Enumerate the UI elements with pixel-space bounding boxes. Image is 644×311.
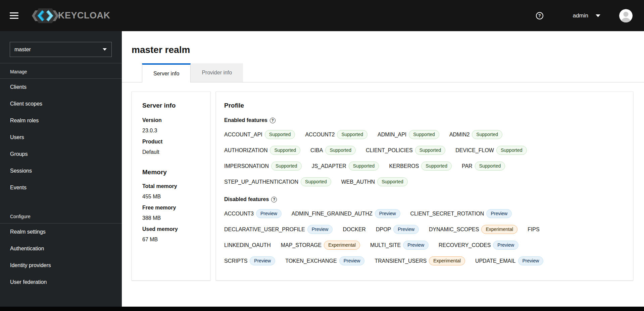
feature-item: LINKEDIN_OAUTH xyxy=(224,242,271,248)
feature-item: DOCKER xyxy=(343,227,365,233)
feature-badge-preview: Preview xyxy=(393,225,419,234)
feature-badge-supported: Supported xyxy=(301,177,331,186)
feature-badge-preview: Preview xyxy=(518,256,544,265)
feature-badge-supported: Supported xyxy=(265,130,295,139)
field-label: Free memory xyxy=(142,205,202,211)
feature-badge-preview: Preview xyxy=(256,209,282,218)
sidebar-item-realm-settings[interactable]: Realm settings xyxy=(0,224,122,240)
feature-badge-preview: Preview xyxy=(403,241,429,250)
feature-name: DPOP xyxy=(376,227,391,233)
feature-name: UPDATE_EMAIL xyxy=(475,258,516,264)
field-value: 23.0.3 xyxy=(142,128,202,134)
field-label: Product xyxy=(142,139,202,145)
feature-row: ACCOUNT3PreviewADMIN_FINE_GRAINED_AUTHZP… xyxy=(224,209,625,218)
server-info-section: MemoryTotal memory455 MBFree memory388 M… xyxy=(142,169,202,243)
feature-item: RECOVERY_CODESPreview xyxy=(439,241,518,250)
feature-row: DECLARATIVE_USER_PROFILEPreviewDOCKERDPO… xyxy=(224,225,625,234)
disabled-features-list: ACCOUNT3PreviewADMIN_FINE_GRAINED_AUTHZP… xyxy=(224,209,625,265)
tab-server-info[interactable]: Server info xyxy=(142,63,191,82)
sidebar-item-user-federation[interactable]: User federation xyxy=(0,274,122,291)
feature-name: KERBEROS xyxy=(389,163,419,169)
feature-badge-supported: Supported xyxy=(325,146,356,155)
feature-name: LINKEDIN_OAUTH xyxy=(224,242,271,248)
feature-row: SCRIPTSPreviewTOKEN_EXCHANGEPreviewTRANS… xyxy=(224,256,625,265)
nav-groups: ManageClientsClient scopesRealm rolesUse… xyxy=(0,63,122,291)
realm-selector[interactable]: master xyxy=(10,42,112,57)
cards-section: Server infoVersion23.0.3ProductDefaultMe… xyxy=(122,82,644,281)
section-heading: Server info xyxy=(142,102,202,109)
help-circle-icon[interactable]: ? xyxy=(271,197,277,202)
feature-name: IMPERSONATION xyxy=(224,163,269,169)
feature-name: TRANSIENT_USERS xyxy=(375,258,427,264)
feature-row: AUTHORIZATIONSupportedCIBASupportedCLIEN… xyxy=(224,146,625,155)
sidebar-item-realm-roles[interactable]: Realm roles xyxy=(0,112,122,129)
nav-toggle-hamburger-icon[interactable] xyxy=(10,12,18,19)
feature-name: CLIENT_SECRET_ROTATION xyxy=(410,211,484,217)
feature-name: RECOVERY_CODES xyxy=(439,242,491,248)
feature-badge-supported: Supported xyxy=(475,162,505,171)
feature-name: ADMIN_FINE_GRAINED_AUTHZ xyxy=(292,211,373,217)
sidebar-item-authentication[interactable]: Authentication xyxy=(0,240,122,257)
nav-group-title: Configure xyxy=(0,208,122,224)
feature-name: TOKEN_EXCHANGE xyxy=(285,258,337,264)
sidebar-item-events[interactable]: Events xyxy=(0,179,122,196)
keycloak-emblem-icon xyxy=(31,8,59,23)
sidebar-item-clients[interactable]: Clients xyxy=(0,79,122,96)
feature-badge-preview: Preview xyxy=(375,209,400,218)
feature-badge-supported: Supported xyxy=(496,146,527,155)
feature-item: ADMIN2Supported xyxy=(449,130,502,139)
sidebar-item-users[interactable]: Users xyxy=(0,129,122,146)
disabled-features-label: Disabled features ? xyxy=(224,196,625,202)
feature-name: DEVICE_FLOW xyxy=(455,147,494,153)
tab-provider-info[interactable]: Provider info xyxy=(191,63,243,82)
sidebar: master ManageClientsClient scopesRealm r… xyxy=(0,31,122,307)
feature-item: MAP_STORAGEExperimental xyxy=(281,241,360,250)
feature-name: FIPS xyxy=(528,227,540,233)
field-value: 455 MB xyxy=(142,194,202,200)
feature-item: CLIENT_SECRET_ROTATIONPreview xyxy=(410,209,512,218)
feature-item: MULTI_SITEPreview xyxy=(370,241,429,250)
feature-item: ACCOUNT3Preview xyxy=(224,209,282,218)
user-dropdown[interactable]: admin xyxy=(573,12,600,19)
server-info-section: Server infoVersion23.0.3ProductDefault xyxy=(142,102,202,155)
feature-item: IMPERSONATIONSupported xyxy=(224,162,302,171)
field-label: Total memory xyxy=(142,183,202,189)
feature-badge-preview: Preview xyxy=(250,256,275,265)
feature-name: PAR xyxy=(462,163,473,169)
feature-item: JS_ADAPTERSupported xyxy=(312,162,379,171)
sidebar-item-groups[interactable]: Groups xyxy=(0,146,122,163)
avatar-person-icon xyxy=(619,9,633,22)
help-circle-icon[interactable]: ? xyxy=(270,118,276,123)
chevron-down-icon xyxy=(596,14,600,17)
field-label: Used memory xyxy=(142,226,202,232)
field-value: 67 MB xyxy=(142,237,202,243)
feature-item: ACCOUNT2Supported xyxy=(305,130,367,139)
feature-badge-supported: Supported xyxy=(377,177,408,186)
masthead: KEYCLOAK ? admin xyxy=(0,0,644,31)
feature-badge-preview: Preview xyxy=(307,225,333,234)
enabled-features-label: Enabled features ? xyxy=(224,117,625,123)
feature-item: UPDATE_EMAILPreview xyxy=(475,256,543,265)
page-title: master realm xyxy=(122,31,644,55)
avatar[interactable] xyxy=(619,9,633,22)
feature-badge-preview: Preview xyxy=(339,256,365,265)
feature-name: AUTHORIZATION xyxy=(224,147,267,153)
feature-badge-supported: Supported xyxy=(472,130,502,139)
sidebar-item-client-scopes[interactable]: Client scopes xyxy=(0,96,122,112)
feature-name: ADMIN2 xyxy=(449,132,469,138)
help-icon[interactable]: ? xyxy=(536,12,543,19)
feature-badge-supported: Supported xyxy=(337,130,367,139)
sidebar-item-sessions[interactable]: Sessions xyxy=(0,163,122,179)
sidebar-item-identity-providers[interactable]: Identity providers xyxy=(0,257,122,274)
feature-name: CLIENT_POLICIES xyxy=(366,147,413,153)
feature-item: SCRIPTSPreview xyxy=(224,256,275,265)
username-label: admin xyxy=(573,12,588,19)
keycloak-logo: KEYCLOAK xyxy=(31,8,110,23)
field-value: Default xyxy=(142,149,202,155)
feature-name: SCRIPTS xyxy=(224,258,247,264)
enabled-features-list: ACCOUNT_APISupportedACCOUNT2SupportedADM… xyxy=(224,130,625,186)
feature-item: TOKEN_EXCHANGEPreview xyxy=(285,256,364,265)
feature-item: CLIENT_POLICIESSupported xyxy=(366,146,445,155)
feature-name: JS_ADAPTER xyxy=(312,163,346,169)
masthead-actions: ? admin xyxy=(536,9,633,22)
